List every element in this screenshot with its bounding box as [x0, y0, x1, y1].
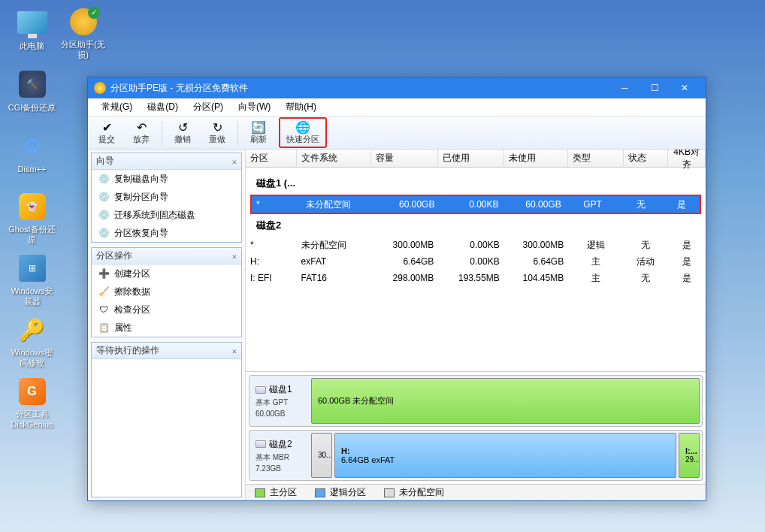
desktop-icon-diskgenius[interactable]: G分区工具DiskGenius	[8, 377, 56, 430]
swatch-primary-icon	[255, 488, 265, 497]
op-create-partition[interactable]: ➕创建分区	[92, 264, 241, 283]
disk-copy-icon: 💿	[98, 173, 110, 185]
disk1-map[interactable]: 磁盘1 基本 GPT 60.00GB 60.00GB 未分配空间	[249, 375, 703, 427]
eraser-icon: 🧹	[98, 286, 110, 298]
collapse-icon[interactable]: ⨉	[232, 157, 237, 166]
desktop-icon-dism[interactable]: ⚙Dism++	[8, 131, 56, 183]
ghost-icon: 👻	[19, 193, 46, 220]
col-used[interactable]: 已使用	[438, 150, 503, 167]
monitor-icon	[17, 11, 47, 34]
desktop-icon-wininstall[interactable]: ⊞Windows安装器	[8, 254, 56, 307]
col-status[interactable]: 状态	[624, 150, 669, 167]
refresh-button[interactable]: 🔄刷新	[244, 119, 273, 147]
table-header: 分区 文件系统 容量 已使用 未使用 类型 状态 4KB对齐	[246, 150, 706, 168]
highlight-frame: * 未分配空间 60.00GB 0.00KB 60.00GB GPT 无 是	[250, 195, 701, 214]
col-type[interactable]: 类型	[568, 150, 624, 167]
app-window: 分区助手PE版 - 无损分区免费软件 ─ ☐ ✕ 常规(G) 磁盘(D) 分区(…	[87, 77, 706, 501]
drive-icon	[256, 440, 266, 448]
op-properties[interactable]: 📋属性	[92, 319, 241, 337]
toolbar-separator	[162, 121, 162, 145]
hammer-icon: 🔨	[19, 71, 46, 98]
disk1-info: 磁盘1 基本 GPT 60.00GB	[252, 378, 309, 424]
wizard-copy-partition[interactable]: 💿复制分区向导	[92, 188, 241, 206]
redo-button[interactable]: ↻重做	[203, 119, 231, 147]
migrate-icon: 💿	[98, 209, 110, 221]
menu-partition[interactable]: 分区(P)	[186, 101, 231, 113]
table-row[interactable]: * 未分配空间 60.00GB 0.00KB 60.00GB GPT 无 是	[252, 196, 700, 213]
app-icon	[94, 82, 106, 94]
desktop-icon-thispc[interactable]: 此电脑	[8, 8, 56, 60]
op-wipe-data[interactable]: 🧹擦除数据	[92, 283, 241, 301]
disk1-segment-unalloc[interactable]: 60.00GB 未分配空间	[311, 378, 700, 424]
undo-arrow-icon: ↶	[137, 120, 147, 134]
swatch-unalloc-icon	[384, 488, 395, 497]
ops-panel: 分区操作⨉ ➕创建分区 🧹擦除数据 🛡检查分区 📋属性	[91, 247, 242, 337]
collapse-icon[interactable]: ⨉	[232, 346, 237, 355]
refresh-icon: 🔄	[251, 120, 266, 134]
menu-wizard[interactable]: 向导(W)	[231, 101, 278, 113]
disk2-segment-i[interactable]: I:...29...	[679, 433, 700, 479]
collapse-icon[interactable]: ⨉	[232, 252, 237, 261]
disk2-header[interactable]: 磁盘2	[246, 214, 706, 237]
col-partition[interactable]: 分区	[246, 150, 297, 167]
ops-panel-title: 分区操作	[96, 249, 132, 262]
desktop-icon-winpwd[interactable]: 🔑Windows密码修改	[8, 316, 56, 368]
table-row[interactable]: * 未分配空间 300.00MB 0.00KB 300.00MB 逻辑 无 是	[246, 237, 706, 253]
sidebar: 向导⨉ 💿复制磁盘向导 💿复制分区向导 💿迁移系统到固态磁盘 💿分区恢复向导 分…	[88, 150, 246, 500]
desktop-icon-partassist[interactable]: 分区助手(无损)	[59, 8, 107, 60]
col-free[interactable]: 未使用	[504, 150, 568, 167]
undo-button[interactable]: ↺撤销	[168, 119, 197, 147]
gear-icon: ⚙	[17, 131, 47, 161]
col-capacity[interactable]: 容量	[371, 150, 438, 167]
properties-icon: 📋	[98, 322, 110, 334]
col-filesystem[interactable]: 文件系统	[297, 150, 371, 167]
menubar: 常规(G) 磁盘(D) 分区(P) 向导(W) 帮助(H)	[88, 98, 706, 116]
pending-panel: 等待执行的操作⨉	[91, 342, 242, 497]
titlebar: 分区助手PE版 - 无损分区免费软件 ─ ☐ ✕	[88, 77, 706, 98]
commit-button[interactable]: ✔提交	[92, 119, 121, 147]
wizards-panel: 向导⨉ 💿复制磁盘向导 💿复制分区向导 💿迁移系统到固态磁盘 💿分区恢复向导	[91, 153, 242, 243]
disk2-info: 磁盘2 基本 MBR 7.23GB	[252, 433, 309, 479]
col-4k-align[interactable]: 4KB对齐	[668, 150, 706, 167]
menu-help[interactable]: 帮助(H)	[278, 101, 324, 113]
legend-primary: 主分区	[270, 486, 297, 499]
toolbar: ✔提交 ↶放弃 ↺撤销 ↻重做 🔄刷新 🌐快速分区	[88, 116, 706, 150]
check-partition-icon: 🛡	[98, 304, 110, 316]
partition-copy-icon: 💿	[98, 191, 110, 203]
globe-icon: 🌐	[295, 120, 310, 134]
key-icon: 🔑	[17, 316, 47, 344]
partition-table: 磁盘1 (... * 未分配空间 60.00GB 0.00KB 60.00GB …	[246, 168, 706, 371]
desktop-icon-cgi[interactable]: 🔨CGI备份还原	[8, 69, 56, 122]
globe-check-icon	[70, 8, 97, 35]
plus-icon: ➕	[98, 268, 110, 280]
wizards-panel-title: 向导	[96, 155, 114, 168]
main-area: 分区 文件系统 容量 已使用 未使用 类型 状态 4KB对齐 磁盘1 (... …	[246, 150, 706, 500]
minimize-button[interactable]: ─	[609, 78, 640, 98]
disk2-map[interactable]: 磁盘2 基本 MBR 7.23GB 30... H: 6.64GB exFAT …	[249, 430, 703, 482]
table-row[interactable]: I: EFI FAT16 298.00MB 193.55MB 104.45MB …	[246, 270, 706, 286]
wizard-migrate-ssd[interactable]: 💿迁移系统到固态磁盘	[92, 206, 241, 224]
desktop-icons: 此电脑 分区助手(无损) 🔨CGI备份还原 ⚙Dism++ 👻Ghost备份还原…	[8, 8, 64, 439]
disk2-segment-unalloc[interactable]: 30...	[311, 433, 332, 479]
redo-icon: ↻	[213, 120, 222, 134]
check-icon: ✔	[102, 120, 112, 134]
window-title: 分区助手PE版 - 无损分区免费软件	[110, 82, 609, 95]
op-check-partition[interactable]: 🛡检查分区	[92, 301, 241, 319]
desktop-icon-ghost[interactable]: 👻Ghost备份还原	[8, 192, 56, 245]
wizard-recover-partition[interactable]: 💿分区恢复向导	[92, 224, 241, 242]
discard-button[interactable]: ↶放弃	[127, 119, 156, 147]
diskgenius-icon: G	[19, 378, 46, 405]
disk-maps: 磁盘1 基本 GPT 60.00GB 60.00GB 未分配空间 磁盘2 基本 …	[246, 371, 706, 484]
menu-general[interactable]: 常规(G)	[94, 101, 140, 113]
disk2-segment-h[interactable]: H: 6.64GB exFAT	[334, 433, 676, 479]
quick-partition-button[interactable]: 🌐快速分区	[279, 117, 327, 148]
menu-disk[interactable]: 磁盘(D)	[140, 101, 186, 113]
table-row[interactable]: H: exFAT 6.64GB 0.00KB 6.64GB 主 活动 是	[246, 253, 706, 270]
disk1-header[interactable]: 磁盘1 (...	[246, 172, 706, 195]
pending-panel-title: 等待执行的操作	[96, 344, 159, 357]
wizard-copy-disk[interactable]: 💿复制磁盘向导	[92, 170, 241, 188]
legend-unalloc: 未分配空间	[399, 486, 444, 499]
maximize-button[interactable]: ☐	[640, 78, 670, 98]
recover-icon: 💿	[98, 227, 110, 239]
close-button[interactable]: ✕	[670, 78, 700, 98]
